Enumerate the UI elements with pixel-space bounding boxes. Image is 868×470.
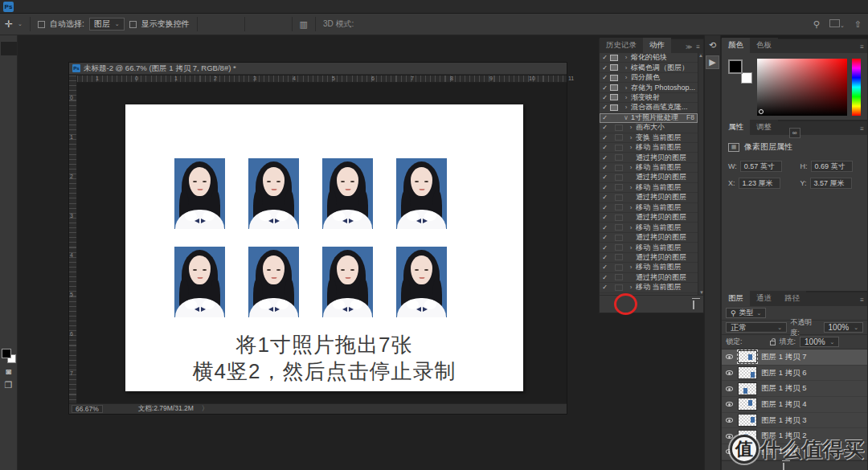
action-dialog-toggle-icon[interactable] [615, 194, 623, 201]
auto-select-dropdown[interactable]: 图层⌄ [89, 18, 125, 31]
panel-menu-icon[interactable]: ≡ [860, 125, 864, 133]
action-expand-icon[interactable]: › [626, 204, 636, 211]
link-dimensions-icon[interactable]: ∞ [789, 128, 800, 138]
action-check-icon[interactable]: ✓ [600, 64, 610, 72]
zoom-level-field[interactable]: 66.67% [72, 405, 103, 413]
blend-mode-dropdown[interactable]: 正常⌄ [726, 322, 787, 333]
show-transform-checkbox[interactable] [129, 21, 137, 28]
layer-row[interactable]: 图层 1 拷贝 4 [722, 397, 867, 413]
action-dialog-toggle-icon[interactable] [610, 64, 618, 71]
action-expand-icon[interactable]: › [621, 94, 631, 101]
action-expand-icon[interactable]: › [626, 184, 636, 191]
action-dialog-toggle-icon[interactable] [615, 204, 623, 210]
action-row[interactable]: ✓ › 四分颜色 [600, 73, 698, 83]
action-expand-icon[interactable]: › [621, 64, 631, 72]
action-check-icon[interactable]: ✓ [600, 164, 610, 171]
actions-scrollbar[interactable]: ▲▼ [698, 53, 703, 295]
action-expand-icon[interactable]: › [621, 84, 631, 92]
action-row[interactable]: ✓ 通过拷贝的图层 [600, 213, 698, 223]
action-row[interactable]: ✓ › 移动 当前图层 [600, 223, 698, 232]
panel-tab-路径[interactable]: 路径 [778, 291, 806, 306]
menu-item[interactable] [120, 5, 134, 8]
action-dialog-toggle-icon[interactable] [615, 145, 623, 151]
action-row[interactable]: ✓ ∨ 1寸照片批处理 F8 [600, 113, 698, 123]
action-expand-icon[interactable]: › [621, 74, 631, 81]
action-expand-icon[interactable]: › [626, 164, 636, 171]
menu-item[interactable] [134, 5, 149, 8]
action-check-icon[interactable]: ✓ [600, 224, 610, 231]
quick-mask-button[interactable]: ◙ [1, 364, 17, 378]
foreground-color-swatch[interactable] [2, 349, 11, 358]
action-expand-icon[interactable]: › [626, 134, 636, 141]
action-dialog-toggle-icon[interactable] [610, 114, 618, 121]
panel-menu-icon[interactable]: ≡ [860, 43, 864, 51]
tool-preset-caret-icon[interactable]: ⌄ [18, 21, 23, 27]
action-check-icon[interactable]: ✓ [600, 194, 610, 201]
move-tool-icon[interactable]: ✛ [5, 18, 13, 30]
action-expand-icon[interactable]: › [626, 224, 636, 231]
action-row[interactable]: ✓ › 移动 当前图层 [600, 203, 698, 213]
panel-tab-通道[interactable]: 通道 [750, 291, 778, 306]
action-check-icon[interactable]: ✓ [600, 234, 610, 241]
action-check-icon[interactable]: ✓ [600, 174, 610, 181]
action-row[interactable]: ✓ 通过拷贝的图层 [600, 273, 698, 283]
search-icon[interactable]: ⚲ [813, 20, 820, 29]
action-row[interactable]: ✓ › 移动 当前图层 [600, 143, 698, 153]
tool-button[interactable] [1, 201, 17, 215]
action-row[interactable]: ✓ › 移动 当前图层 [600, 283, 698, 292]
action-row[interactable]: ✓ › 移动 当前图层 [600, 243, 698, 252]
screen-mode-button[interactable]: ❐ [1, 378, 17, 392]
tool-button[interactable] [1, 244, 17, 258]
tool-button[interactable] [1, 288, 17, 301]
tool-button[interactable] [1, 143, 17, 157]
tool-button[interactable] [1, 71, 17, 84]
action-row[interactable]: ✓ › 移动 当前图层 [600, 263, 698, 272]
action-dialog-toggle-icon[interactable] [615, 215, 623, 221]
action-dialog-toggle-icon[interactable] [615, 274, 623, 280]
history-panel-icon[interactable]: ⟲ [706, 39, 719, 52]
action-row[interactable]: ✓ › 画布大小 [600, 123, 698, 133]
action-row[interactable]: ✓ › 棕褐色调（图层） [600, 63, 698, 72]
tool-button[interactable] [1, 230, 17, 243]
action-dialog-toggle-icon[interactable] [615, 134, 623, 141]
status-arrow-icon[interactable]: 〉 [202, 404, 209, 414]
action-row[interactable]: ✓ 通过拷贝的图层 [600, 253, 698, 263]
auto-select-checkbox[interactable] [38, 21, 45, 28]
menu-item[interactable] [47, 5, 62, 8]
action-row[interactable]: ✓ › 熔化的铅块 [600, 53, 698, 63]
layer-visibility-eye-icon[interactable] [724, 368, 734, 378]
action-check-icon[interactable]: ✓ [600, 244, 610, 251]
hue-slider[interactable] [852, 59, 861, 116]
action-expand-icon[interactable]: › [626, 244, 636, 251]
action-row[interactable]: ✓ › 变换 当前图层 [600, 133, 698, 143]
workspace-switcher[interactable]: ⌄ [829, 19, 845, 29]
layer-row[interactable]: 图层 1 拷贝 6 [722, 366, 867, 382]
action-dialog-toggle-icon[interactable] [610, 55, 618, 61]
action-check-icon[interactable]: ✓ [600, 264, 610, 271]
lock-all-icon[interactable] [770, 341, 776, 345]
layer-thumbnail[interactable] [738, 366, 757, 379]
panel-tab-颜色[interactable]: 颜色 [722, 38, 750, 53]
action-dialog-toggle-icon[interactable] [615, 244, 623, 251]
action-check-icon[interactable]: ✓ [600, 184, 610, 191]
menu-item[interactable] [163, 5, 178, 8]
panel-menu-icon[interactable]: ≡ [860, 296, 864, 304]
background-color-swatch[interactable] [741, 72, 752, 84]
action-button[interactable] [689, 300, 698, 309]
layer-visibility-eye-icon[interactable] [724, 415, 734, 425]
action-dialog-toggle-icon[interactable] [615, 224, 623, 231]
action-row[interactable]: ✓ › 移动 当前图层 [600, 163, 698, 173]
foreground-color-swatch[interactable] [728, 59, 743, 74]
action-dialog-toggle-icon[interactable] [610, 104, 618, 111]
layer-row[interactable]: 图层 1 拷贝 5 [722, 381, 867, 397]
action-dialog-toggle-icon[interactable] [615, 184, 623, 190]
color-panel-swatches[interactable] [728, 59, 752, 84]
panel-tab-历史记录[interactable]: 历史记录 [600, 38, 643, 53]
menu-item[interactable] [76, 5, 91, 8]
action-check-icon[interactable]: ✓ [600, 104, 610, 111]
action-expand-icon[interactable]: › [626, 284, 636, 291]
action-dialog-toggle-icon[interactable] [615, 264, 623, 271]
property-value-input[interactable]: 3.57 厘米 [810, 178, 852, 189]
tool-button[interactable] [1, 273, 17, 287]
action-row[interactable]: ✓ › 存储为 Photoshop... [600, 83, 698, 92]
